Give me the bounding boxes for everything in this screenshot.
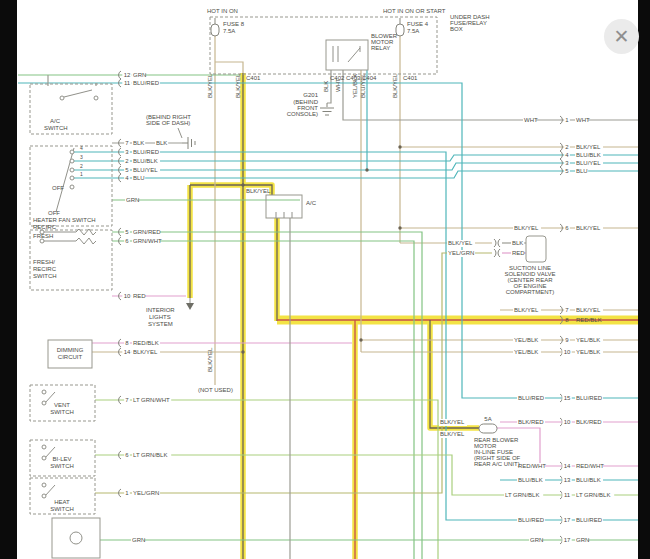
diagram-label: FRESH/ [33,259,55,265]
component-box [30,84,112,134]
fuse-symbol [396,24,404,36]
diagram-label: BLK/YEL [207,347,213,372]
connector-icon [498,239,500,247]
diagram-label: BLU/BLK [133,158,158,164]
diagram-label: SWITCH [44,125,68,131]
contact-circle [94,96,98,100]
diagram-label: RED/WHT [576,463,604,469]
diagram-label: BLK [133,140,144,146]
diagram-label: SWITCH [33,273,57,279]
diagram-label: GRN [132,537,145,543]
component-box [326,40,368,70]
letterbox-bar [638,0,650,559]
junction-dot [359,338,362,341]
symbol-stroke [178,128,182,138]
diagram-label: 17 [564,537,571,543]
diagram-label: BLU/BLK [576,477,601,483]
junction-dot [398,226,401,229]
diagram-label: BLU/RED [576,395,603,401]
arrow-down-icon [186,303,194,310]
diagram-label: RED [512,250,525,256]
diagram-label: BLK/YEL [392,73,398,98]
diagram-label: 17 [564,517,571,523]
diagram-label: BLK/YEL [514,307,539,313]
diagram-label: 14 [124,349,131,355]
connector-icon [498,249,500,257]
diagram-label: 5A [484,416,491,422]
diagram-label: SWITCH [50,409,74,415]
diagram-label: RELAY [371,45,390,51]
contact-circle [42,494,46,498]
diagram-label: GRN [576,537,589,543]
diagram-label: HEAT [54,499,70,505]
contact-circle [60,96,64,100]
diagram-label: LT GRN/BLK [576,492,610,498]
fuse-symbol [479,424,497,433]
diagram-label: BLK/YEL [440,419,465,425]
diagram-label: YEL/GRN [133,490,159,496]
diagram-label: YEL/BLK [514,349,538,355]
diagram-label: BLK/YEL [246,188,271,194]
diagram-label: BOX [450,26,463,32]
diagram-label: A/C [50,118,61,124]
diagram-label: BLU [576,168,588,174]
diagram-label: BLU/RED [133,80,160,86]
diagram-label: YEL/BLK [576,337,600,343]
diagram-label: HEATER FAN SWITCH [33,217,96,223]
diagram-label: 14 [564,463,571,469]
diagram-label: C401 [403,75,418,81]
contact-circle [42,445,46,449]
diagram-label: BLK/YEL [514,225,539,231]
diagram-label: WHT [335,78,341,92]
diagram-label: YEL/BLK [576,349,600,355]
wire [95,400,438,559]
diagram-label: YEL/GRN [448,250,474,256]
contact-circle [70,159,74,163]
diagram-label: 10 [564,419,571,425]
diagram-label: SWITCH [50,506,74,512]
diagram-label: (NOT USED) [198,387,233,393]
junction-dot [365,168,368,171]
diagram-label: RECIRC [33,224,57,230]
diagram-label: BLK/YEL [448,240,473,246]
diagram-label: BLU [133,175,145,181]
diagram-label: BI-LEV [52,456,71,462]
diagram-label: BLU/YEL [576,160,601,166]
diagram-label: BLU/BLK [518,477,543,483]
diagram-label: GRN [126,197,139,203]
contact-circle [42,401,46,405]
diagram-label: RED/BLK [133,340,159,346]
junction-dot [398,145,401,148]
diagram-label: 11 [124,80,131,86]
diagram-label: SWITCH [50,463,74,469]
diagram-label: FRESH [33,233,53,239]
diagram-label: WHT [524,117,538,123]
diagram-label: CIRCUIT [58,354,83,360]
diagram-label: BLU/YEL [133,167,158,173]
diagram-label: LT GRN/BLK [133,452,167,458]
contact-circle [70,150,74,154]
symbol-stroke [348,48,360,62]
diagram-label: GRN [530,537,543,543]
diagram-label: BLU/RED [518,395,545,401]
diagram-label: GRN [133,72,146,78]
diagram-label: BLK [156,140,167,146]
diagram-label: BLK/YEL [440,431,465,437]
contact-circle [70,532,82,544]
diagram-label: G201 [303,92,318,98]
diagram-label: BLK/YEL [207,73,213,98]
letterbox-bar [0,0,17,559]
symbol-stroke [64,90,92,97]
junction-dot [241,350,244,353]
diagram-label: FUSE 8 [223,21,245,27]
diagram-label: RED/BLK [576,317,602,323]
diagram-label: LT GRN/WHT [133,397,170,403]
diagram-label: BLU/RED [576,517,603,523]
diagram-label: 12 [124,72,131,78]
diagram-label: BLU/RED [133,149,160,155]
diagram-label: LT GRN/BLK [505,492,539,498]
contact-circle [42,390,46,394]
diagram-label: INTERIOR [146,307,175,313]
diagram-label: BLU/RED [518,517,545,523]
close-button[interactable]: ✕ [604,19,639,54]
